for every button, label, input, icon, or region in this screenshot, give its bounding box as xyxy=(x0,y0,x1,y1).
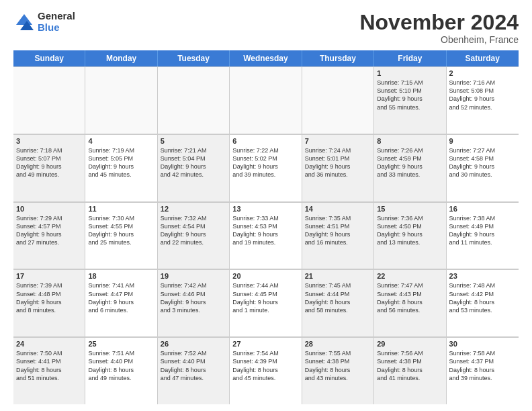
calendar-cell: 11Sunrise: 7:30 AM Sunset: 4:55 PM Dayli… xyxy=(85,202,157,269)
day-number: 22 xyxy=(377,272,443,280)
calendar-cell: 14Sunrise: 7:35 AM Sunset: 4:51 PM Dayli… xyxy=(302,202,374,269)
month-title: November 2024 xyxy=(359,11,519,34)
day-number: 6 xyxy=(232,137,298,145)
day-info: Sunrise: 7:42 AM Sunset: 4:46 PM Dayligh… xyxy=(161,281,226,314)
day-number: 24 xyxy=(16,340,82,348)
calendar-cell: 29Sunrise: 7:56 AM Sunset: 4:38 PM Dayli… xyxy=(374,337,446,404)
day-info: Sunrise: 7:39 AM Sunset: 4:48 PM Dayligh… xyxy=(16,281,82,314)
day-info: Sunrise: 7:27 AM Sunset: 4:58 PM Dayligh… xyxy=(449,146,516,179)
calendar-cell: 21Sunrise: 7:45 AM Sunset: 4:44 PM Dayli… xyxy=(302,269,374,336)
logo-text: General Blue xyxy=(38,11,75,33)
day-info: Sunrise: 7:15 AM Sunset: 5:10 PM Dayligh… xyxy=(377,79,443,111)
calendar-cell: 20Sunrise: 7:44 AM Sunset: 4:45 PM Dayli… xyxy=(230,269,302,336)
day-info: Sunrise: 7:50 AM Sunset: 4:41 PM Dayligh… xyxy=(16,349,82,382)
calendar-row-1: 3Sunrise: 7:18 AM Sunset: 5:07 PM Daylig… xyxy=(13,134,519,202)
calendar-cell: 30Sunrise: 7:58 AM Sunset: 4:37 PM Dayli… xyxy=(447,337,519,404)
calendar-cell: 7Sunrise: 7:24 AM Sunset: 5:01 PM Daylig… xyxy=(302,134,374,201)
day-info: Sunrise: 7:26 AM Sunset: 4:59 PM Dayligh… xyxy=(377,146,443,179)
header-day-tuesday: Tuesday xyxy=(158,50,230,66)
calendar-cell xyxy=(13,66,85,134)
calendar-cell: 15Sunrise: 7:36 AM Sunset: 4:50 PM Dayli… xyxy=(374,202,446,269)
day-number: 16 xyxy=(449,205,516,213)
day-info: Sunrise: 7:24 AM Sunset: 5:01 PM Dayligh… xyxy=(305,146,371,179)
day-number: 11 xyxy=(88,205,154,213)
calendar-cell: 12Sunrise: 7:32 AM Sunset: 4:54 PM Dayli… xyxy=(158,202,230,269)
day-info: Sunrise: 7:56 AM Sunset: 4:38 PM Dayligh… xyxy=(377,349,443,382)
header-day-thursday: Thursday xyxy=(302,50,374,66)
day-info: Sunrise: 7:54 AM Sunset: 4:39 PM Dayligh… xyxy=(232,349,298,382)
day-info: Sunrise: 7:21 AM Sunset: 5:04 PM Dayligh… xyxy=(161,146,226,179)
day-number: 5 xyxy=(161,137,226,145)
calendar-cell: 27Sunrise: 7:54 AM Sunset: 4:39 PM Dayli… xyxy=(230,337,302,404)
day-number: 17 xyxy=(16,272,82,280)
calendar-cell: 16Sunrise: 7:38 AM Sunset: 4:49 PM Dayli… xyxy=(447,202,519,269)
calendar-cell: 2Sunrise: 7:16 AM Sunset: 5:08 PM Daylig… xyxy=(447,66,519,134)
calendar-cell: 8Sunrise: 7:26 AM Sunset: 4:59 PM Daylig… xyxy=(374,134,446,201)
day-info: Sunrise: 7:16 AM Sunset: 5:08 PM Dayligh… xyxy=(449,79,516,111)
day-info: Sunrise: 7:44 AM Sunset: 4:45 PM Dayligh… xyxy=(232,281,298,314)
day-info: Sunrise: 7:36 AM Sunset: 4:50 PM Dayligh… xyxy=(377,214,443,247)
subtitle: Obenheim, France xyxy=(359,34,519,45)
day-number: 27 xyxy=(232,340,298,348)
calendar-cell: 3Sunrise: 7:18 AM Sunset: 5:07 PM Daylig… xyxy=(13,134,85,201)
logo-general: General xyxy=(38,11,75,22)
day-info: Sunrise: 7:47 AM Sunset: 4:43 PM Dayligh… xyxy=(377,281,443,314)
calendar-cell: 26Sunrise: 7:52 AM Sunset: 4:40 PM Dayli… xyxy=(158,337,230,404)
day-info: Sunrise: 7:58 AM Sunset: 4:37 PM Dayligh… xyxy=(449,349,516,382)
calendar-row-0: 1Sunrise: 7:15 AM Sunset: 5:10 PM Daylig… xyxy=(13,66,519,134)
calendar-cell: 24Sunrise: 7:50 AM Sunset: 4:41 PM Dayli… xyxy=(13,337,85,404)
day-number: 20 xyxy=(232,272,298,280)
calendar-cell xyxy=(158,66,230,134)
calendar-cell: 17Sunrise: 7:39 AM Sunset: 4:48 PM Dayli… xyxy=(13,269,85,336)
day-number: 14 xyxy=(305,205,371,213)
calendar-cell xyxy=(230,66,302,134)
day-number: 23 xyxy=(449,272,516,280)
calendar-cell: 5Sunrise: 7:21 AM Sunset: 5:04 PM Daylig… xyxy=(158,134,230,201)
day-number: 25 xyxy=(88,340,154,348)
day-number: 10 xyxy=(16,205,82,213)
day-info: Sunrise: 7:19 AM Sunset: 5:05 PM Dayligh… xyxy=(88,146,154,179)
header-day-friday: Friday xyxy=(374,50,446,66)
calendar-cell: 18Sunrise: 7:41 AM Sunset: 4:47 PM Dayli… xyxy=(85,269,157,336)
logo-blue: Blue xyxy=(38,22,75,34)
calendar-cell: 4Sunrise: 7:19 AM Sunset: 5:05 PM Daylig… xyxy=(85,134,157,201)
day-number: 26 xyxy=(161,340,226,348)
day-info: Sunrise: 7:32 AM Sunset: 4:54 PM Dayligh… xyxy=(161,214,226,247)
day-number: 2 xyxy=(449,69,516,77)
header-day-monday: Monday xyxy=(85,50,157,66)
day-info: Sunrise: 7:35 AM Sunset: 4:51 PM Dayligh… xyxy=(305,214,371,247)
day-number: 19 xyxy=(161,272,226,280)
logo-icon xyxy=(13,11,35,33)
day-info: Sunrise: 7:29 AM Sunset: 4:57 PM Dayligh… xyxy=(16,214,82,247)
day-number: 7 xyxy=(305,137,371,145)
day-number: 30 xyxy=(449,340,516,348)
day-number: 29 xyxy=(377,340,443,348)
day-info: Sunrise: 7:18 AM Sunset: 5:07 PM Dayligh… xyxy=(16,146,82,179)
calendar-body: 1Sunrise: 7:15 AM Sunset: 5:10 PM Daylig… xyxy=(13,66,519,404)
day-number: 8 xyxy=(377,137,443,145)
calendar-row-4: 24Sunrise: 7:50 AM Sunset: 4:41 PM Dayli… xyxy=(13,337,519,404)
calendar-header: SundayMondayTuesdayWednesdayThursdayFrid… xyxy=(13,50,519,66)
calendar-cell: 1Sunrise: 7:15 AM Sunset: 5:10 PM Daylig… xyxy=(374,66,446,134)
calendar-row-3: 17Sunrise: 7:39 AM Sunset: 4:48 PM Dayli… xyxy=(13,269,519,337)
calendar-cell: 22Sunrise: 7:47 AM Sunset: 4:43 PM Dayli… xyxy=(374,269,446,336)
calendar-cell: 13Sunrise: 7:33 AM Sunset: 4:53 PM Dayli… xyxy=(230,202,302,269)
day-number: 9 xyxy=(449,137,516,145)
day-number: 21 xyxy=(305,272,371,280)
day-info: Sunrise: 7:41 AM Sunset: 4:47 PM Dayligh… xyxy=(88,281,154,314)
calendar-cell: 9Sunrise: 7:27 AM Sunset: 4:58 PM Daylig… xyxy=(447,134,519,201)
day-info: Sunrise: 7:52 AM Sunset: 4:40 PM Dayligh… xyxy=(161,349,226,382)
calendar-cell: 10Sunrise: 7:29 AM Sunset: 4:57 PM Dayli… xyxy=(13,202,85,269)
calendar-cell: 25Sunrise: 7:51 AM Sunset: 4:40 PM Dayli… xyxy=(85,337,157,404)
calendar-cell xyxy=(85,66,157,134)
day-info: Sunrise: 7:51 AM Sunset: 4:40 PM Dayligh… xyxy=(88,349,154,382)
calendar-cell: 23Sunrise: 7:48 AM Sunset: 4:42 PM Dayli… xyxy=(447,269,519,336)
day-number: 28 xyxy=(305,340,371,348)
day-info: Sunrise: 7:45 AM Sunset: 4:44 PM Dayligh… xyxy=(305,281,371,314)
day-info: Sunrise: 7:55 AM Sunset: 4:38 PM Dayligh… xyxy=(305,349,371,382)
calendar-cell: 6Sunrise: 7:22 AM Sunset: 5:02 PM Daylig… xyxy=(230,134,302,201)
header-day-saturday: Saturday xyxy=(447,50,519,66)
day-number: 1 xyxy=(377,69,443,77)
svg-marker-0 xyxy=(16,14,32,25)
day-number: 15 xyxy=(377,205,443,213)
